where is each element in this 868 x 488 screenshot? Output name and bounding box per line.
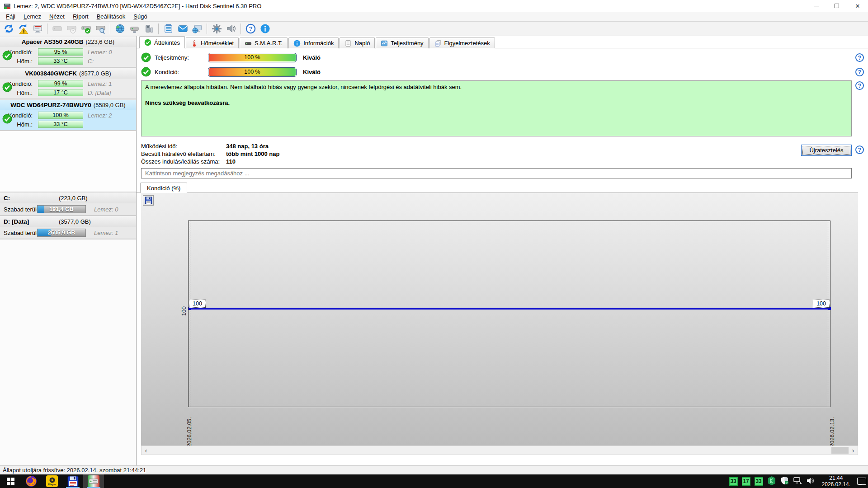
disk-size: (5589,0 GB) [94,102,126,108]
condition-bar: 100 % [38,112,83,119]
start-button[interactable] [0,474,21,488]
menu-help[interactable]: Súgó [129,12,151,21]
tab-alerts[interactable]: Figyelmeztetések [429,38,495,48]
ok-icon [141,52,151,62]
network-disk-icon[interactable] [127,23,141,35]
tab-overview[interactable]: Áttekintés [139,36,185,48]
free-space-bar: 2605,9 GB [37,229,86,237]
tab-log[interactable]: Napló [340,38,375,48]
disk-name: WDC WD64PURZ-74BWUY0 [10,102,91,108]
scrollbar-track[interactable] [151,446,849,455]
settings-icon[interactable] [210,23,223,35]
app-icon [4,3,11,9]
condition-row: Kondíció: 100 % Kiváló [141,67,321,77]
disk-number: Lemez: 0 [88,49,112,56]
health-action-text: Nincs szükség beavatkozásra. [145,99,848,106]
tray-volume-icon[interactable] [806,477,815,486]
disk-size: (223,6 GB) [86,38,115,45]
help-icon[interactable] [855,81,864,90]
sound-settings-icon[interactable] [224,23,238,35]
disk-item-vk003840[interactable]: VK003840GWCFK(3577,0 GB) Kondíció:99 %Le… [0,68,136,99]
tray-network-icon[interactable] [793,477,802,486]
taskbar-player-icon[interactable]: Player [42,474,62,488]
info-icon[interactable] [258,23,272,35]
condition-rating: Kiváló [303,69,321,75]
clock-date: 2026.02.14. [822,481,850,488]
save-chart-button[interactable] [143,195,154,206]
disk-clock-icon[interactable] [65,23,78,35]
tray-kaspersky-icon[interactable] [767,476,776,487]
menu-view[interactable]: Nézet [45,12,69,21]
comment-input[interactable] [141,168,852,178]
performance-bar: 100 % [208,53,297,62]
disk-icon[interactable] [50,23,64,35]
performance-rating: Kiváló [303,54,321,61]
report-icon[interactable] [31,23,44,35]
chart-horizontal-scrollbar[interactable]: ‹ › [141,446,858,455]
retest-button[interactable]: Újratesztelés [801,145,852,156]
tab-temperature[interactable]: Hőmérséklet [186,38,239,48]
tray-defender-icon[interactable] [780,476,789,486]
minimize-button[interactable] [806,0,826,12]
disk-name: Apacer AS350 240GB [22,38,84,45]
help-icon[interactable] [855,68,864,76]
network-globe-icon[interactable] [190,23,204,35]
disk-test-icon[interactable] [79,23,93,35]
refresh-warning-icon[interactable] [16,23,30,35]
taskbar-floppy-app-icon[interactable] [62,474,83,488]
tab-smart[interactable]: S.M.A.R.T. [240,38,288,48]
windows-taskbar: Player 33 17 33 21:44 2026.02.14. [0,474,868,488]
maximize-button[interactable] [826,0,847,12]
temp-bar: 33 °C [38,121,83,128]
tab-information[interactable]: Információk [288,38,339,48]
free-space-value: 191,4 GB [38,206,85,213]
disk-item-apacer[interactable]: Apacer AS350 240GB(223,6 GB) Kondíció:95… [0,36,136,68]
disk-search-icon[interactable] [94,23,107,35]
performance-row: Teljesítmény: 100 % Kiváló [141,52,321,62]
action-center-icon[interactable] [857,478,866,485]
disk-number: Lemez: 0 [94,206,118,213]
taskbar-firefox-icon[interactable] [21,474,42,488]
free-space-bar: 191,4 GB [37,205,86,213]
scrollbar-thumb[interactable] [831,447,849,454]
partition-item-c[interactable]: C:(223,0 GB) Szabad terület 191,4 GB Lem… [0,192,136,216]
disk-item-wdc-selected[interactable]: WDC WD64PURZ-74BWUY0(5589,0 GB) Kondíció… [0,99,136,131]
free-space-label: Szabad terület [4,230,42,236]
taskbar-hds-app-icon[interactable] [83,474,104,488]
help-icon[interactable] [855,53,864,62]
log-icon[interactable] [161,23,175,35]
tray-temp-2[interactable]: 17 [742,477,750,486]
tray-clock[interactable]: 21:44 2026.02.14. [819,475,853,488]
player-icon-label: Player [48,483,56,486]
help-icon[interactable]: ? [244,23,257,35]
tray-temp-3[interactable]: 33 [755,477,763,486]
free-space-label: Szabad terület [4,206,42,213]
condition-bar: 99 % [38,80,83,87]
globe-icon[interactable] [113,23,127,35]
right-point-label: 100 [813,300,830,308]
scroll-left-icon[interactable]: ‹ [142,446,151,455]
tab-bar: Áttekintés Hőmérséklet S.M.A.R.T. Inform… [139,36,496,48]
tab-condition-chart[interactable]: Kondíció (%) [140,183,187,193]
menu-settings[interactable]: Beállítások [93,12,130,21]
scroll-right-icon[interactable]: › [849,446,858,455]
close-button[interactable]: ✕ [847,0,868,12]
tray-temp-1[interactable]: 33 [729,477,738,486]
menu-file[interactable]: Fájl [2,12,19,21]
condition-label: Kondíció: [155,69,208,75]
help-icon[interactable] [855,145,864,154]
left-point-label: 100 [189,300,206,308]
tab-performance[interactable]: Teljesítmény [376,38,428,48]
free-space-value: 2605,9 GB [38,229,85,237]
sidebar-spacer [0,131,136,192]
refresh-icon[interactable] [2,23,15,35]
mail-icon[interactable] [176,23,189,35]
disk-number: Lemez: 1 [88,80,112,87]
removable-disk-icon[interactable] [142,23,156,35]
disk-ok-icon [2,82,12,92]
menu-disk[interactable]: Lemez [19,12,45,21]
last-updated-text: Állapot utoljára frissítve: 2026.02.14. … [3,467,146,474]
partition-item-d[interactable]: D: [Data](3577,0 GB) Szabad terület 2605… [0,216,136,239]
menu-report[interactable]: Riport [69,12,93,21]
x-label-start-date: 2026.02.05. [186,417,193,447]
